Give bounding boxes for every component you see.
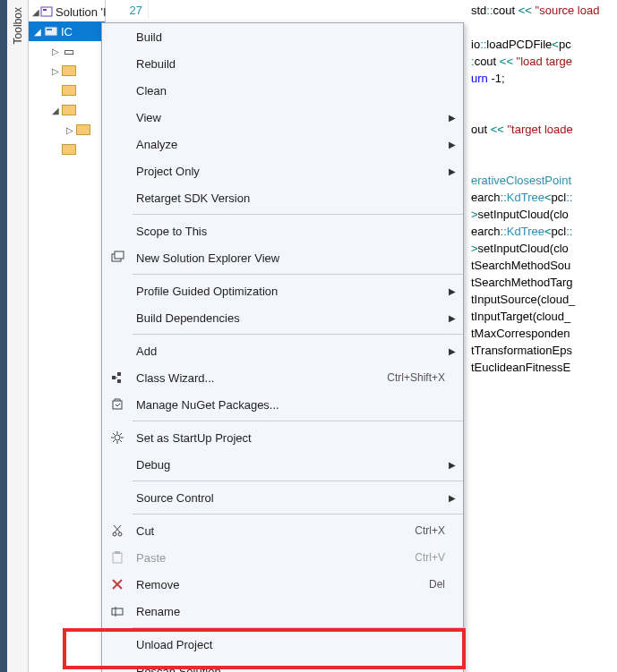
context-menu: BuildRebuildCleanView▶Analyze▶Project On… <box>101 22 464 672</box>
menu-item-shortcut: Ctrl+X <box>415 524 463 537</box>
caret-down-icon: ◢ <box>32 27 43 37</box>
menu-item-label: Debug <box>133 458 463 472</box>
menu-item-label: Manage NuGet Packages... <box>133 398 463 412</box>
tree-item[interactable]: ▷ <box>47 120 105 140</box>
menu-item-label: Rebuild <box>133 57 463 71</box>
menu-item-label: New Solution Explorer View <box>133 251 463 265</box>
menu-item-clean[interactable]: Clean <box>102 77 463 104</box>
svg-rect-6 <box>112 376 116 379</box>
menu-item-label: Class Wizard... <box>133 371 387 385</box>
svg-rect-2 <box>45 27 57 36</box>
svg-rect-7 <box>117 372 121 376</box>
menu-item-project-only[interactable]: Project Only▶ <box>102 157 463 184</box>
menu-item-label: Add <box>133 345 463 358</box>
menu-item-label: Build <box>133 30 463 44</box>
solution-node[interactable]: ◢ Solution 'ICP' (1 project) <box>29 2 105 21</box>
tree-item[interactable]: ◢ <box>47 100 105 120</box>
menu-item-label: Project Only <box>133 165 463 178</box>
menu-item-new-solution-explorer-view[interactable]: New Solution Explorer View <box>102 244 463 271</box>
submenu-arrow-icon: ▶ <box>449 313 456 323</box>
folder-icon <box>61 103 77 117</box>
menu-item-label: Source Control <box>133 491 463 505</box>
menu-separator <box>133 274 463 275</box>
menu-item-label: Remove <box>133 578 429 591</box>
caret-right-icon: ▷ <box>64 125 75 135</box>
menu-item-profile-guided-optimization[interactable]: Profile Guided Optimization▶ <box>102 277 463 304</box>
menu-separator <box>133 481 463 481</box>
menu-item-label: Cut <box>133 524 415 538</box>
svg-rect-8 <box>117 379 121 383</box>
svg-point-10 <box>115 435 120 440</box>
tree-item[interactable] <box>47 81 105 100</box>
menu-item-manage-nuget-packages[interactable]: Manage NuGet Packages... <box>102 391 463 418</box>
menu-item-rescan-solution[interactable]: Rescan Solution <box>102 658 463 672</box>
menu-item-debug[interactable]: Debug▶ <box>102 451 463 478</box>
menu-separator <box>133 421 463 421</box>
project-node[interactable]: ◢ IC <box>29 21 105 41</box>
menu-item-cut[interactable]: CutCtrl+X <box>102 517 463 544</box>
menu-item-rebuild[interactable]: Rebuild <box>102 50 463 77</box>
menu-item-source-control[interactable]: Source Control▶ <box>102 484 463 511</box>
nuget-icon <box>102 397 133 412</box>
caret-down-icon: ◢ <box>50 106 61 115</box>
project-icon <box>43 24 59 38</box>
submenu-arrow-icon: ▶ <box>449 346 456 356</box>
submenu-arrow-icon: ▶ <box>449 166 456 176</box>
caret-right-icon: ▷ <box>50 47 61 56</box>
caret-down-icon: ◢ <box>32 7 39 17</box>
remove-icon <box>102 577 133 591</box>
menu-item-set-as-startup-project[interactable]: Set as StartUp Project <box>102 424 463 451</box>
submenu-arrow-icon: ▶ <box>449 286 456 296</box>
tree-item[interactable]: ▷ <box>47 61 105 81</box>
menu-item-unload-project[interactable]: Unload Project <box>102 631 463 658</box>
menu-item-class-wizard[interactable]: Class Wizard...Ctrl+Shift+X <box>102 364 463 391</box>
svg-rect-1 <box>43 9 47 11</box>
menu-item-view[interactable]: View▶ <box>102 104 463 131</box>
svg-point-12 <box>118 532 122 536</box>
caret-right-icon: ▷ <box>50 66 61 76</box>
menu-item-shortcut: Ctrl+Shift+X <box>387 371 463 384</box>
wizard-icon <box>102 370 133 385</box>
menu-item-label: Set as StartUp Project <box>133 431 463 445</box>
menu-item-label: Scope to This <box>133 225 463 238</box>
menu-item-label: Paste <box>133 551 415 565</box>
svg-rect-13 <box>113 553 122 563</box>
menu-item-build[interactable]: Build <box>102 23 463 50</box>
paste-icon <box>102 550 133 565</box>
menu-item-add[interactable]: Add▶ <box>102 337 463 364</box>
menu-item-scope-to-this[interactable]: Scope to This <box>102 217 463 244</box>
menu-item-label: Build Dependencies <box>133 311 463 325</box>
cut-icon <box>102 523 133 538</box>
menu-item-build-dependencies[interactable]: Build Dependencies▶ <box>102 304 463 331</box>
folder-icon <box>61 83 77 98</box>
menu-item-label: Unload Project <box>133 638 463 651</box>
menu-separator <box>133 627 463 628</box>
toolbox-label: Toolbox <box>12 7 24 44</box>
tree-item[interactable]: ▷▭ <box>47 41 105 61</box>
rename-icon <box>102 604 133 618</box>
svg-rect-0 <box>41 7 52 16</box>
submenu-arrow-icon: ▶ <box>449 140 456 149</box>
submenu-arrow-icon: ▶ <box>449 113 456 123</box>
solution-icon <box>39 4 54 19</box>
menu-item-label: Profile Guided Optimization <box>133 285 463 298</box>
submenu-arrow-icon: ▶ <box>449 460 456 470</box>
menu-item-label: Retarget SDK Version <box>133 191 463 205</box>
menu-item-label: Clean <box>133 84 463 98</box>
svg-rect-14 <box>115 551 120 554</box>
tree-item[interactable] <box>47 140 105 159</box>
menu-item-label: Analyze <box>133 138 463 151</box>
menu-item-remove[interactable]: RemoveDel <box>102 571 463 598</box>
gear-icon <box>102 430 133 445</box>
folder-icon <box>61 142 77 157</box>
submenu-arrow-icon: ▶ <box>449 493 456 503</box>
menu-item-analyze[interactable]: Analyze▶ <box>102 131 463 157</box>
menu-item-shortcut: Ctrl+V <box>415 551 463 564</box>
project-label: IC <box>61 25 73 38</box>
menu-separator <box>133 514 463 515</box>
references-icon: ▭ <box>61 44 77 58</box>
menu-item-retarget-sdk-version[interactable]: Retarget SDK Version <box>102 184 463 211</box>
new-view-icon <box>102 251 133 265</box>
menu-item-rename[interactable]: Rename <box>102 598 463 625</box>
toolbox-tab[interactable]: Toolbox <box>7 0 29 672</box>
